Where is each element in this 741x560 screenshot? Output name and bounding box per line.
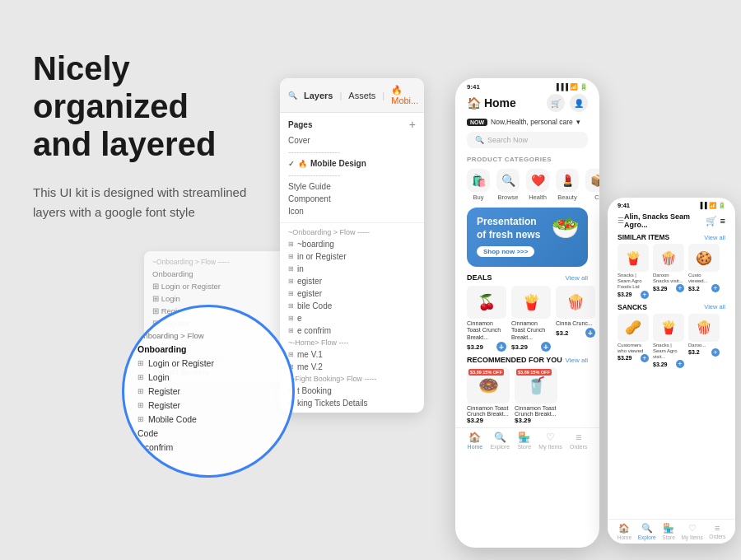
similar-items-row: 🍟 Snacks | Seam Agro Foods Ltd $3.29 + 🍿…	[608, 242, 735, 301]
layers-panel: 🔍 Layers | Assets | 🔥 Mobi... Pages + Co…	[280, 78, 424, 413]
reco-item-2[interactable]: 🥤 $3.89 15% OFF Cinnamon Toast Crunch Br…	[515, 367, 557, 424]
circle-item-register1: ⊞ Register	[134, 384, 282, 398]
main-heading: Nicely organized and layered	[33, 49, 263, 163]
sancks-title: SANCKS	[618, 303, 647, 311]
category-beauty[interactable]: 💄 Beauty	[556, 169, 579, 201]
p2-nav-explore[interactable]: 🔍 Explore	[638, 523, 656, 540]
circle-item-onboarding: Onboarding	[134, 342, 282, 356]
deals-view-all[interactable]: View all	[566, 274, 588, 282]
layer-section-home: ~-Home> Flow ----	[280, 337, 424, 348]
layer-in[interactable]: ⊞in	[280, 263, 424, 275]
layer-e[interactable]: ⊞e	[280, 312, 424, 324]
tab-assets[interactable]: Assets	[348, 91, 375, 100]
category-browse[interactable]: 🔍 Browse	[496, 169, 520, 201]
search-placeholder: Search Now	[487, 136, 528, 144]
circle-item-login: ⊞ Login	[134, 370, 282, 384]
sancks-row: 🥜 Customers who viewed $3.29 + 🍟 Snacks …	[608, 312, 735, 371]
reco-item-1[interactable]: 🍩 $3.89 15% OFF Cinnamon Toast Crunch Br…	[467, 367, 510, 424]
cart-icon[interactable]: 🛒	[547, 94, 565, 112]
layer-confrim[interactable]: ⊞e confrim	[280, 324, 424, 337]
deal-item-1[interactable]: 🍒 Cinnamon Toast Crunch Breakt... $3.29 …	[467, 286, 506, 352]
categories-title: PRODUCT CATEGORIES	[455, 152, 599, 166]
p2-nav-my-items[interactable]: ♡ My Items	[681, 523, 702, 540]
bg-item: Onboarding	[144, 268, 301, 280]
phone2-bottom-nav: 🏠 Home 🔍 Explore 🏪 Store ♡ My Items ≡ Or…	[608, 519, 735, 544]
page-mobile-design[interactable]: ✓🔥Mobile Design	[288, 157, 416, 170]
add-sancks-2[interactable]: +	[676, 360, 684, 368]
promo-banner: Presentation of fresh news Shop now >>> …	[467, 208, 588, 267]
p2-nav-home[interactable]: 🏠 Home	[618, 523, 631, 540]
circle-highlight: Onboarding > Flow Onboarding ⊞ Login or …	[122, 305, 295, 478]
page-icon[interactable]: Icon	[288, 205, 416, 217]
add-deal-3[interactable]: +	[585, 328, 595, 338]
add-sancks-1[interactable]: +	[641, 354, 649, 362]
bottom-nav: 🏠 Home 🔍 Explore 🏪 Store ♡ My Items ≡ Or…	[455, 427, 599, 453]
store-name: Alin, Snacks Seam Agro...	[624, 212, 706, 229]
deals-header: DEALS View all	[455, 270, 599, 283]
layers-list: ~Onboarding > Flow ----- ⊞~boarding ⊞in …	[280, 223, 424, 413]
similar-item-3[interactable]: 🍪 Custo viewed... $3.2 +	[688, 244, 720, 299]
location-bar: NOW Now,Health, personal care ▾	[455, 115, 599, 128]
layer-booking[interactable]: ⊞t Booking	[280, 385, 424, 397]
layer-egister1[interactable]: ⊞egister	[280, 275, 424, 287]
category-health[interactable]: ❤️ Health	[526, 169, 549, 201]
add-sancks-3[interactable]: +	[711, 348, 720, 357]
similar-item-2[interactable]: 🍿 Daroon Snacks visit... $3.29 +	[653, 244, 684, 299]
tab-layers[interactable]: Layers	[304, 91, 333, 100]
similar-item-1[interactable]: 🍟 Snacks | Seam Agro Foods Ltd $3.29 +	[618, 244, 649, 299]
phone-main: 9:41 ▐▐▐ 📶 🔋 🏠 Home 🛒 👤 NOW Now,Health, …	[455, 78, 599, 548]
layers-tabs: 🔍 Layers | Assets | 🔥 Mobi...	[280, 78, 424, 113]
add-deal-1[interactable]: +	[496, 342, 506, 352]
layer-tickets[interactable]: ⊞king Tickets Details	[280, 397, 424, 409]
phone2-time: 9:41	[618, 202, 630, 209]
p2-nav-store[interactable]: 🏪 Store	[662, 523, 675, 540]
add-page-button[interactable]: +	[409, 118, 416, 131]
nav-explore[interactable]: 🔍 Explore	[490, 432, 510, 450]
add-similar-2[interactable]: +	[676, 284, 684, 292]
pages-section: Pages + Cover ------------------- ✓🔥Mobi…	[280, 113, 424, 223]
promo-button[interactable]: Shop now >>>	[477, 246, 534, 257]
similar-view-all[interactable]: View all	[704, 234, 725, 241]
deal-item-2[interactable]: 🍟 Cinnamon Toast Crunch Breakt... $3.29 …	[511, 286, 551, 352]
page-component[interactable]: Component	[288, 193, 416, 205]
layer-section-booking: ~-Fight Booking> Flow -----	[280, 373, 424, 385]
tab-mobi[interactable]: 🔥 Mobi...	[391, 85, 418, 105]
deals-row: 🍒 Cinnamon Toast Crunch Breakt... $3.29 …	[455, 283, 599, 354]
category-buy[interactable]: 🛍️ Buy	[467, 169, 490, 201]
layer-bile-code[interactable]: ⊞bile Code	[280, 300, 424, 312]
add-deal-2[interactable]: +	[541, 342, 551, 352]
category-more[interactable]: 📦 C	[585, 169, 599, 201]
nav-store[interactable]: 🏪 Store	[517, 432, 531, 450]
nav-my-items[interactable]: ♡ My Items	[538, 432, 562, 450]
menu-icon[interactable]: ≡	[720, 216, 725, 226]
add-similar-3[interactable]: +	[711, 284, 720, 292]
search-bar[interactable]: 🔍 Search Now	[467, 132, 588, 148]
layer-register[interactable]: ⊞in or Register	[280, 250, 424, 263]
layer-home-v2[interactable]: ⊞me V.2	[280, 361, 424, 373]
circle-item-register2: ⊞ Register	[134, 398, 282, 412]
add-similar-1[interactable]: +	[641, 291, 649, 299]
sancks-view-all[interactable]: View all	[704, 303, 725, 310]
page-style-guide[interactable]: Style Guide	[288, 180, 416, 193]
sub-text: This UI kit is designed with streamlined…	[33, 183, 263, 222]
deal-item-3[interactable]: 🍿 Cinna Crunc... $3.2 +	[556, 286, 595, 352]
layer-home-v1[interactable]: ⊞me V.1	[280, 348, 424, 361]
bg-item: ⊞ Login or Register	[144, 280, 301, 292]
page-cover[interactable]: Cover	[288, 134, 416, 147]
layer-boarding[interactable]: ⊞~boarding	[280, 238, 424, 250]
p2-nav-orders[interactable]: ≡ Orders	[709, 523, 725, 540]
recommended-header: RECOMMENDED FOR YOU View all	[455, 354, 599, 366]
sancks-item-1[interactable]: 🥜 Customers who viewed $3.29 +	[618, 314, 649, 369]
recommended-view-all[interactable]: View all	[566, 357, 588, 364]
sancks-item-2[interactable]: 🍟 Snacks | Seam Agro visit... $3.29 +	[653, 314, 684, 369]
cart-icon-2[interactable]: 🛒	[706, 216, 717, 226]
nav-orders[interactable]: ≡ Orders	[570, 432, 587, 450]
deals-title: DEALS	[467, 273, 492, 282]
layer-egister2[interactable]: ⊞egister	[280, 287, 424, 300]
circle-item-login-register: ⊞ Login or Register	[134, 356, 282, 370]
phone2-header: ☰ Alin, Snacks Seam Agro... 🛒 ≡	[608, 211, 735, 231]
nav-home[interactable]: 🏠 Home	[468, 432, 483, 450]
bg-section: ~Onboarding > Flow -----	[144, 256, 301, 268]
sancks-item-3[interactable]: 🍿 Daroo... $3.2 +	[688, 314, 720, 369]
avatar[interactable]: 👤	[570, 94, 588, 112]
